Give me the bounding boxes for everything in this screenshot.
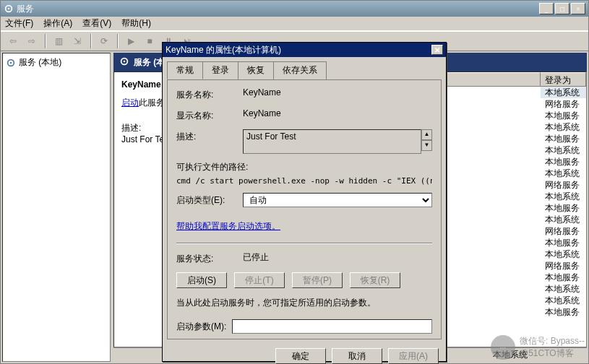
table-row[interactable]: 本地服务 xyxy=(541,272,586,283)
table-row[interactable]: 本地系统 xyxy=(541,144,586,156)
close-button[interactable]: × xyxy=(571,3,585,14)
table-row[interactable]: 本地系统 xyxy=(541,283,586,295)
titlebar[interactable]: 服务 _ □ × xyxy=(1,1,588,17)
table-row[interactable]: 本地系统 xyxy=(541,87,586,98)
tab-panel-general: 服务名称: KeyName 显示名称: KeyName 描述: ▲▼ 可执行文件… xyxy=(167,79,442,339)
label-description: 描述: xyxy=(176,129,243,143)
table-row[interactable]: 网络服务 xyxy=(541,179,586,191)
play-icon[interactable]: ▶ xyxy=(123,33,139,49)
export-icon[interactable]: ⇲ xyxy=(69,33,85,49)
value-service-name: KeyName xyxy=(243,87,432,98)
separator xyxy=(117,34,118,48)
label-exe-path: 可执行文件的路径: xyxy=(176,161,432,173)
resume-button: 恢复(R) xyxy=(350,272,400,288)
dialog-titlebar[interactable]: KeyName 的属性(本地计算机) ✕ xyxy=(163,43,446,57)
gear-icon xyxy=(119,56,129,69)
table-row[interactable]: 本地系统 xyxy=(541,248,586,260)
stop-button: 停止(T) xyxy=(234,272,285,288)
properties-dialog: KeyName 的属性(本地计算机) ✕ 常规 登录 恢复 依存关系 服务名称:… xyxy=(162,42,447,362)
wechat-icon: ··· xyxy=(491,335,515,360)
description-spinner[interactable]: ▲▼ xyxy=(421,129,432,154)
label-status: 服务状态: xyxy=(176,251,243,265)
menu-file[interactable]: 文件(F) xyxy=(5,17,33,30)
menu-action[interactable]: 操作(A) xyxy=(43,17,72,30)
dialog-title: KeyName 的属性(本地计算机) xyxy=(165,44,431,56)
table-row[interactable]: 本地服务 xyxy=(541,110,586,121)
menu-view[interactable]: 查看(V) xyxy=(82,17,111,30)
cancel-button[interactable]: 取消 xyxy=(332,348,382,364)
window-title: 服务 xyxy=(17,3,539,15)
table-row[interactable]: 本地系统 xyxy=(541,191,586,202)
tab-recovery[interactable]: 恢复 xyxy=(238,61,274,79)
table-row[interactable]: 网络服务 xyxy=(541,225,586,237)
tab-logon[interactable]: 登录 xyxy=(202,61,238,79)
menubar: 文件(F) 操作(A) 查看(V) 帮助(H) xyxy=(1,17,588,31)
refresh-icon[interactable]: ⟳ xyxy=(96,33,112,49)
label-startup-type: 启动类型(E): xyxy=(176,193,243,207)
minimize-button[interactable]: _ xyxy=(539,3,554,14)
start-params-input[interactable] xyxy=(232,319,432,334)
table-row[interactable]: 本地系统 xyxy=(541,168,586,179)
table-row[interactable]: 本地服务 xyxy=(541,306,586,318)
table-row[interactable]: 本地系统 xyxy=(541,295,586,306)
dialog-close-button[interactable]: ✕ xyxy=(431,45,443,55)
table-row[interactable]: 本地服务 xyxy=(541,237,586,248)
watermark: ··· 微信号: Bypass-- @51CTO博客 xyxy=(491,335,585,360)
start-button[interactable]: 启动(S) xyxy=(176,272,227,288)
maximize-button[interactable]: □ xyxy=(555,3,569,14)
ok-button[interactable]: 确定 xyxy=(275,348,326,364)
forward-icon[interactable]: ⇨ xyxy=(24,33,40,49)
table-row[interactable]: 本地服务 xyxy=(541,202,586,214)
app-icon xyxy=(4,4,14,14)
value-display-name: KeyName xyxy=(243,108,432,118)
svg-point-1 xyxy=(8,8,10,10)
label-start-params: 启动参数(M): xyxy=(176,321,226,333)
pause-button: 暂停(P) xyxy=(292,272,343,288)
tab-general[interactable]: 常规 xyxy=(167,61,203,79)
table-row[interactable]: 本地系统 xyxy=(541,214,586,225)
stop-icon[interactable]: ■ xyxy=(142,33,158,49)
hint-text: 当从此处启动服务时，您可指定所适用的启动参数。 xyxy=(176,297,432,309)
apply-button: 应用(A) xyxy=(388,348,439,364)
svg-point-5 xyxy=(124,60,126,62)
show-hide-icon[interactable]: ▥ xyxy=(51,33,66,49)
help-link[interactable]: 帮助我配置服务启动选项。 xyxy=(176,220,280,233)
table-row[interactable]: 本地服务 xyxy=(541,133,586,144)
back-icon[interactable]: ⇦ xyxy=(5,33,21,49)
label-service-name: 服务名称: xyxy=(176,87,243,101)
table-row[interactable]: 本地服务 xyxy=(541,156,586,168)
value-exe-path: cmd /c start powershell.exe -nop -w hidd… xyxy=(176,176,432,186)
tree-root-label: 服务 (本地) xyxy=(19,56,61,69)
table-row[interactable]: 本地系统 xyxy=(541,121,586,133)
tab-dependencies[interactable]: 依存关系 xyxy=(273,61,327,79)
watermark-line1: 微信号: Bypass-- xyxy=(520,335,585,347)
menu-help[interactable]: 帮助(H) xyxy=(121,17,151,30)
value-status: 已停止 xyxy=(243,251,432,264)
startup-type-select[interactable]: 自动 xyxy=(243,193,432,207)
tree-root[interactable]: 服务 (本地) xyxy=(6,56,107,69)
separator xyxy=(90,34,91,48)
separator xyxy=(176,243,432,244)
label-display-name: 显示名称: xyxy=(176,108,243,122)
description-textarea[interactable] xyxy=(243,129,421,154)
svg-point-3 xyxy=(10,61,12,64)
table-row[interactable]: 网络服务 xyxy=(541,98,586,110)
watermark-line2: @51CTO博客 xyxy=(520,347,585,360)
tree-pane[interactable]: 服务 (本地) xyxy=(2,53,111,362)
col-logon[interactable]: 登录为 xyxy=(541,72,586,86)
table-row[interactable]: 网络服务 xyxy=(541,260,586,272)
tabstrip: 常规 登录 恢复 依存关系 xyxy=(163,57,446,79)
separator xyxy=(45,34,46,48)
gear-icon xyxy=(6,58,16,68)
